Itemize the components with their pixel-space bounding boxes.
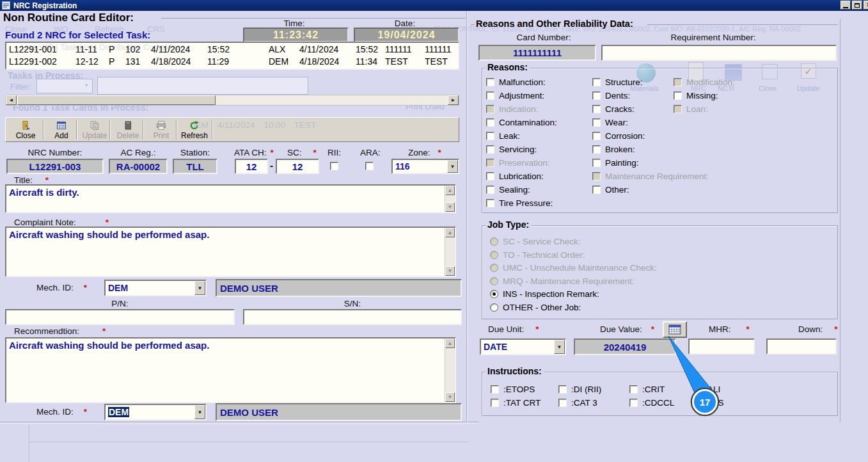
checkbox-icon[interactable]	[558, 399, 567, 407]
reason-broken[interactable]: Broken:	[592, 145, 635, 154]
checkbox-icon[interactable]	[674, 92, 682, 100]
window-controls: ×	[840, 1, 868, 10]
right-panel-edge	[840, 19, 840, 422]
reason-servicing[interactable]: Servicing:	[486, 145, 537, 154]
pn-label: P/N:	[5, 299, 235, 308]
chevron-down-icon[interactable]: ▼	[554, 340, 565, 354]
instruction-etops[interactable]: :ETOPS	[491, 385, 535, 394]
group-line-right	[647, 24, 838, 25]
scroll-up-icon[interactable]: ▲	[445, 339, 455, 348]
checkbox-icon[interactable]	[558, 385, 567, 394]
checkbox-icon[interactable]	[486, 78, 494, 86]
complaint-scrollbar[interactable]: ▲▼	[445, 228, 455, 276]
checkbox-icon[interactable]	[592, 186, 601, 194]
reason-contamination[interactable]: Contamination:	[486, 118, 557, 127]
delete-button: Delete	[112, 119, 144, 141]
sc-field[interactable]: 12	[276, 159, 319, 174]
reason-missing[interactable]: Missing:	[674, 91, 718, 100]
close-button[interactable]: Close	[10, 119, 42, 141]
recommendation-textarea[interactable]: Aircraft washing should be performed asa…	[5, 337, 456, 403]
checkbox-icon[interactable]	[629, 399, 638, 407]
sn-field[interactable]	[243, 309, 462, 325]
reason-leak[interactable]: Leak:	[486, 131, 520, 141]
checkbox-icon[interactable]	[629, 385, 638, 394]
checkbox-icon[interactable]	[491, 385, 499, 394]
checkbox-icon[interactable]	[592, 145, 601, 154]
checkbox-icon[interactable]	[592, 159, 601, 167]
add-button[interactable]: Add	[45, 119, 77, 141]
instruction-tat-crt[interactable]: :TAT CRT	[491, 398, 541, 408]
checkbox-icon[interactable]	[491, 399, 499, 407]
reason-label: Loan:	[686, 104, 708, 114]
reason-dents[interactable]: Dents:	[592, 91, 630, 100]
chevron-down-icon[interactable]: ▼	[447, 160, 458, 173]
checkbox-icon[interactable]	[592, 118, 601, 127]
nrc-registration-window: Close WO Refresh CRS Tasks in Process: F…	[0, 0, 868, 462]
delete-icon	[123, 120, 133, 131]
ara-checkbox[interactable]	[365, 162, 374, 170]
mech-id-value-2: DEM	[106, 405, 194, 419]
reason-tire-pressure[interactable]: Tire Pressure:	[486, 198, 553, 208]
checkbox-icon[interactable]	[592, 92, 601, 100]
requirement-number-field[interactable]	[601, 45, 837, 61]
mech-id-combo-1[interactable]: DEM ▼	[104, 280, 207, 296]
reason-cracks[interactable]: Cracks:	[592, 104, 635, 114]
reason-lubrication[interactable]: Lubrication:	[486, 171, 544, 181]
checkbox-icon[interactable]	[486, 118, 494, 127]
radio-selected-icon[interactable]	[490, 290, 498, 298]
checkbox-icon[interactable]	[486, 199, 494, 207]
checkbox-icon[interactable]	[486, 145, 494, 154]
scroll-down-icon[interactable]: ▼	[445, 202, 455, 212]
scroll-right-icon[interactable]: ►	[448, 95, 459, 105]
time-display: 11:23:42	[243, 28, 349, 42]
complaint-note-textarea[interactable]: Aircraft washing should be performed asa…	[5, 227, 456, 277]
instruction-di-rii[interactable]: :DI (RII)	[558, 385, 601, 394]
checkbox-icon[interactable]	[486, 172, 494, 180]
zone-combo[interactable]: 116 ▼	[391, 159, 459, 174]
checkbox-icon[interactable]	[592, 132, 601, 140]
pn-field[interactable]	[5, 309, 235, 325]
close-window-button[interactable]: ×	[864, 1, 868, 10]
rii-checkbox[interactable]	[330, 162, 338, 170]
horizontal-scrollbar[interactable]: ◄ ►	[5, 95, 459, 106]
reason-structure[interactable]: Structure:	[592, 77, 643, 87]
ara-label: ARA:	[360, 148, 381, 157]
scroll-down-icon[interactable]: ▼	[445, 392, 455, 402]
chevron-down-icon[interactable]: ▼	[194, 405, 205, 419]
checkbox-icon[interactable]	[592, 105, 601, 113]
down-field[interactable]	[766, 339, 837, 354]
reason-wear[interactable]: Wear:	[592, 118, 628, 127]
checkbox-icon[interactable]	[592, 78, 601, 86]
reason-malfunction[interactable]: Malfunction:	[486, 77, 546, 87]
reason-painting[interactable]: Painting:	[592, 158, 639, 168]
checkbox-icon[interactable]	[486, 132, 494, 140]
recommendation-scrollbar[interactable]: ▲▼	[445, 339, 455, 402]
app-icon	[2, 1, 10, 10]
ata-ch-field[interactable]: 12	[235, 159, 268, 174]
title-textarea[interactable]: Aircraft is dirty. ▲▼	[5, 184, 456, 213]
scroll-up-icon[interactable]: ▲	[445, 228, 455, 237]
reason-other[interactable]: Other:	[592, 185, 629, 195]
title-scrollbar[interactable]: ▲▼	[445, 186, 455, 212]
checkbox-icon[interactable]	[486, 186, 494, 194]
scroll-up-icon[interactable]: ▲	[445, 186, 455, 195]
cell-nrc-number: L12291-002	[9, 56, 75, 67]
scroll-down-icon[interactable]: ▼	[445, 266, 455, 276]
job-type-other[interactable]: OTHER - Other Job:	[490, 303, 581, 312]
mech-id-combo-2[interactable]: DEM ▼	[104, 404, 207, 420]
checkbox-icon[interactable]	[486, 92, 494, 100]
minimize-button[interactable]	[840, 1, 851, 10]
complaint-note-label: Complaint Note:	[14, 218, 76, 227]
radio-icon[interactable]	[490, 303, 498, 312]
due-unit-combo[interactable]: DATE ▼	[480, 339, 566, 355]
reason-sealing[interactable]: Sealing:	[486, 185, 530, 195]
reason-adjustment[interactable]: Adjustment:	[486, 91, 544, 100]
chevron-down-icon[interactable]: ▼	[194, 281, 205, 295]
table-row[interactable]: L12291-002 12-12 P 131 4/18/2024 11:29 D…	[6, 55, 458, 67]
reason-corrosion[interactable]: Corrosion:	[592, 131, 645, 141]
instruction-cat3[interactable]: :CAT 3	[558, 398, 597, 408]
scroll-left-icon[interactable]: ◄	[6, 95, 17, 105]
job-type-ins[interactable]: INS - Inspection Remark:	[490, 289, 599, 299]
scrollbar-thumb[interactable]	[17, 95, 216, 105]
restore-button[interactable]	[852, 1, 862, 10]
